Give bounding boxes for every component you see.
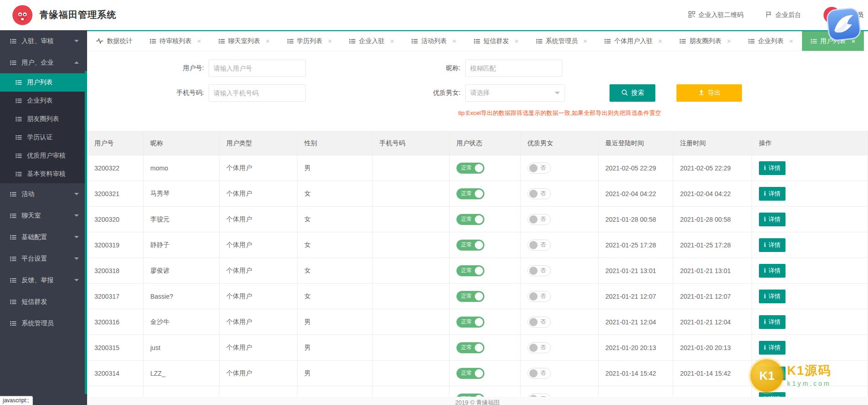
- detail-button[interactable]: i详情: [759, 341, 786, 355]
- cell-status: 正常: [450, 181, 521, 207]
- sidebar-item-基本资料审核[interactable]: 基本资料审核: [0, 165, 87, 183]
- cell-user-type: 个体用户: [220, 207, 297, 232]
- sidebar-item-用户列表[interactable]: 用户列表: [0, 73, 87, 92]
- sidebar-item-系统管理员[interactable]: 系统管理员: [0, 312, 87, 334]
- detail-button-label: 详情: [769, 318, 780, 326]
- tab-close-icon[interactable]: ×: [727, 38, 731, 44]
- nickname-input[interactable]: [465, 60, 562, 77]
- tab-close-icon[interactable]: ×: [583, 38, 588, 44]
- sidebar-item-用户、企业[interactable]: 用户、企业: [0, 52, 87, 73]
- cell-user-id: 3200314: [88, 361, 143, 386]
- sidebar-item-企业列表[interactable]: 企业列表: [0, 92, 87, 110]
- export-button[interactable]: 导出: [676, 84, 742, 102]
- sidebar-item-label: 平台设置: [22, 255, 47, 263]
- status-toggle[interactable]: 正常: [456, 265, 484, 276]
- cell-gender: 女: [297, 258, 373, 284]
- tab-数据统计[interactable]: 数据统计: [87, 31, 141, 51]
- sidebar-item-学历认证[interactable]: 学历认证: [0, 128, 87, 147]
- detail-button[interactable]: i详情: [759, 290, 786, 303]
- cell-status: 正常: [450, 335, 521, 361]
- tab-企业列表[interactable]: 企业列表×: [740, 31, 802, 51]
- status-toggle[interactable]: 正常: [456, 214, 484, 225]
- tab-close-icon[interactable]: ×: [328, 38, 332, 44]
- tab-close-icon[interactable]: ×: [789, 38, 793, 44]
- detail-button[interactable]: i详情: [759, 213, 786, 226]
- detail-button[interactable]: i详情: [759, 238, 786, 252]
- detail-button[interactable]: i详情: [759, 161, 786, 175]
- premium-toggle[interactable]: 否: [527, 240, 551, 251]
- premium-toggle[interactable]: 否: [527, 214, 551, 225]
- status-toggle[interactable]: 正常: [456, 163, 484, 174]
- tab-系统管理员[interactable]: 系统管理员×: [527, 31, 596, 51]
- cell-premium: 否: [521, 258, 599, 284]
- sidebar-item-朋友圈列表[interactable]: 朋友圈列表: [0, 110, 87, 128]
- status-toggle[interactable]: 正常: [456, 188, 484, 199]
- tab-close-icon[interactable]: ×: [197, 38, 201, 44]
- premium-toggle[interactable]: 否: [527, 188, 551, 199]
- detail-button[interactable]: i详情: [759, 264, 786, 278]
- status-toggle[interactable]: 正常: [456, 291, 484, 302]
- list-icon: [10, 192, 16, 197]
- list-icon: [10, 235, 16, 240]
- tab-聊天室列表[interactable]: 聊天室列表×: [210, 31, 279, 51]
- tab-close-icon[interactable]: ×: [658, 38, 662, 44]
- sidebar-item-平台设置[interactable]: 平台设置: [0, 248, 87, 269]
- list-icon: [10, 38, 16, 44]
- tab-待审核列表[interactable]: 待审核列表×: [141, 31, 210, 51]
- sidebar-item-优质用户审核[interactable]: 优质用户审核: [0, 147, 87, 165]
- tab-close-icon[interactable]: ×: [266, 38, 270, 44]
- cell-user-id: 3200317: [88, 284, 143, 309]
- detail-button[interactable]: i详情: [759, 315, 786, 329]
- tab-企业入驻[interactable]: 企业入驻×: [341, 31, 403, 51]
- premium-toggle[interactable]: 否: [527, 265, 551, 276]
- status-toggle[interactable]: 正常: [456, 317, 484, 328]
- tab-短信群发[interactable]: 短信群发×: [465, 31, 527, 51]
- tab-close-icon[interactable]: ×: [515, 38, 519, 44]
- search-button[interactable]: 搜索: [610, 84, 655, 102]
- toggle-knob: [529, 344, 538, 352]
- detail-button-label: 详情: [769, 292, 780, 301]
- premium-toggle[interactable]: 否: [527, 368, 551, 379]
- toggle-knob: [529, 164, 538, 172]
- sidebar-item-短信群发[interactable]: 短信群发: [0, 291, 87, 312]
- tab-活动列表[interactable]: 活动列表×: [403, 31, 465, 51]
- premium-toggle[interactable]: 否: [527, 394, 551, 397]
- premium-toggle[interactable]: 否: [527, 342, 551, 353]
- sidebar-item-反馈、举报[interactable]: 反馈、举报: [0, 269, 87, 291]
- premium-toggle[interactable]: 否: [527, 317, 551, 328]
- tab-close-icon[interactable]: ×: [390, 38, 394, 44]
- tab-label: 学历列表: [297, 37, 323, 45]
- tab-个体用户入驻[interactable]: 个体用户入驻×: [596, 31, 671, 51]
- sidebar-item-基础配置[interactable]: 基础配置: [0, 226, 87, 248]
- detail-button[interactable]: i详情: [759, 392, 786, 397]
- status-toggle[interactable]: 正常: [456, 342, 484, 353]
- sidebar-scrollbar[interactable]: [85, 71, 87, 394]
- enterprise-backend-link[interactable]: 企业后台: [765, 11, 801, 19]
- tab-close-icon[interactable]: ×: [452, 38, 456, 44]
- status-toggle[interactable]: 正常: [456, 240, 484, 251]
- column-header-注册时间: 注册时间: [673, 131, 752, 155]
- cell-gender: 女: [297, 181, 373, 207]
- qrcode-link[interactable]: 企业入驻二维码: [688, 11, 743, 19]
- sidebar-item-聊天室[interactable]: 聊天室: [0, 205, 87, 226]
- blue-bird-overlay-icon[interactable]: [824, 5, 863, 43]
- tab-朋友圈列表[interactable]: 朋友圈列表×: [671, 31, 740, 51]
- phone-input[interactable]: [209, 84, 306, 102]
- user-id-input[interactable]: [209, 60, 306, 77]
- detail-button[interactable]: i详情: [759, 187, 786, 201]
- status-toggle[interactable]: 正常: [456, 394, 484, 397]
- tab-label: 活动列表: [421, 37, 447, 45]
- detail-button-label: 详情: [769, 164, 780, 172]
- premium-toggle[interactable]: 否: [527, 291, 551, 302]
- sidebar-item-活动[interactable]: 活动: [0, 183, 87, 205]
- cell-user-id: 3200318: [88, 258, 143, 284]
- premium-select[interactable]: 请选择: [465, 84, 565, 102]
- tab-学历列表[interactable]: 学历列表×: [279, 31, 341, 51]
- status-toggle-label: 正常: [461, 164, 472, 172]
- premium-toggle[interactable]: 否: [527, 163, 551, 174]
- sidebar-item-入驻、审核[interactable]: 入驻、审核: [0, 30, 87, 52]
- list-icon: [10, 256, 16, 262]
- status-toggle[interactable]: 正常: [456, 368, 484, 379]
- cell-user-id: 3200316: [88, 309, 143, 335]
- cell-user-type: 个体用户: [220, 258, 297, 284]
